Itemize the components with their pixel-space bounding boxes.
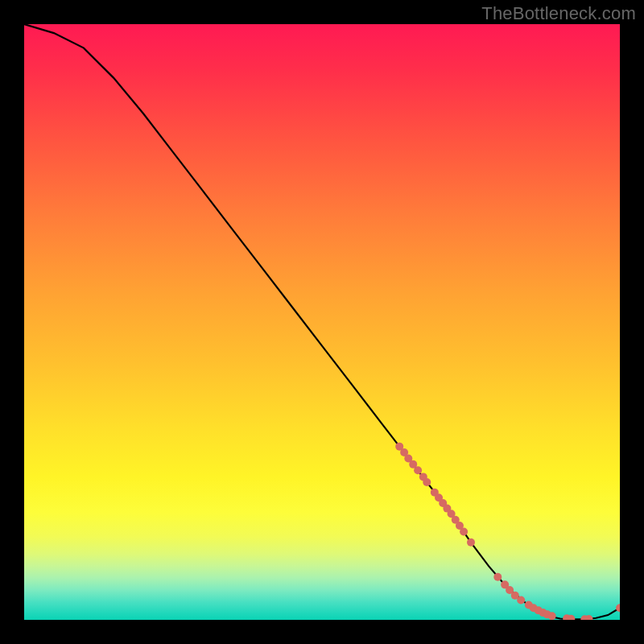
marker-dot (423, 478, 431, 486)
curve-layer (24, 24, 620, 620)
marker-dot (493, 573, 502, 581)
marker-dot (414, 466, 422, 474)
chart-frame: TheBottleneck.com (0, 0, 644, 644)
marker-dot (467, 539, 475, 547)
curve-markers (395, 443, 620, 620)
marker-dot (517, 597, 525, 605)
bottleneck-curve (24, 24, 620, 619)
marker-dot (548, 612, 556, 620)
marker-dot (460, 527, 468, 535)
plot-area (24, 24, 620, 620)
watermark-text: TheBottleneck.com (481, 3, 636, 24)
